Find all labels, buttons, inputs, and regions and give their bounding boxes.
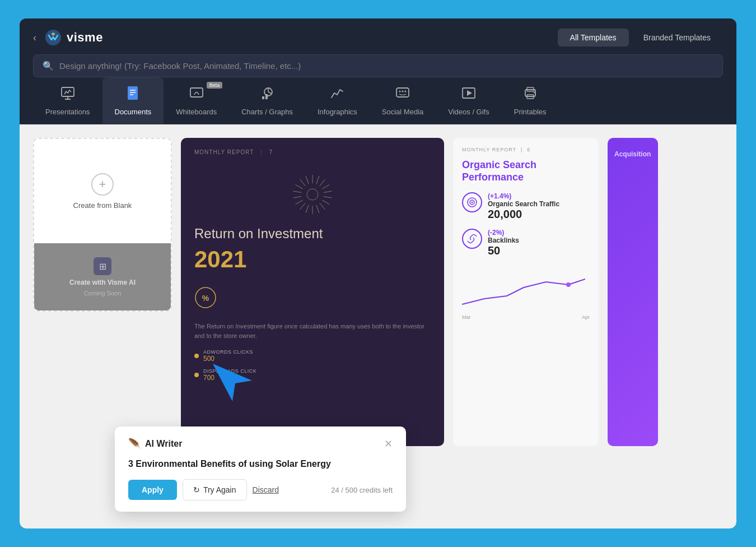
metric-row-2: (-2%) Backlinks 50 — [462, 229, 590, 257]
svg-line-35 — [296, 200, 303, 205]
metric-label-text-1: ADWORDS CLICKS — [203, 349, 253, 355]
beta-badge: Beta — [207, 82, 223, 89]
try-again-button[interactable]: ↻ Try Again — [183, 479, 247, 500]
sidebar-item-presentations[interactable]: Presentations — [33, 77, 102, 124]
light-report-header: MONTHLY REPORT | 6 — [462, 147, 590, 152]
sidebar-item-videos[interactable]: Videos / Gifs — [436, 77, 501, 124]
apply-button[interactable]: Apply — [128, 480, 177, 500]
svg-line-27 — [324, 191, 332, 193]
roi-year: 2021 — [194, 246, 431, 273]
logo-area: ‹ visme — [33, 29, 103, 47]
visme-logo-icon — [44, 29, 62, 47]
popup-actions: Apply ↻ Try Again Discard 24 / 500 credi… — [128, 479, 393, 500]
svg-point-22 — [533, 92, 534, 93]
light-report-label: MONTHLY REPORT — [462, 147, 516, 152]
template-tabs: All Templates Branded Templates — [558, 29, 723, 47]
social-media-icon — [395, 85, 410, 103]
svg-line-26 — [322, 185, 329, 189]
whiteboards-icon — [189, 85, 204, 103]
sidebar-item-printables[interactable]: Printables — [502, 77, 559, 124]
metric-info-2: (-2%) Backlinks 50 — [488, 229, 519, 257]
blank-top: + Create from Blank — [34, 139, 171, 243]
sunburst-icon — [290, 172, 335, 217]
svg-line-34 — [300, 203, 306, 209]
sidebar-item-charts[interactable]: Charts / Graphs — [229, 77, 305, 124]
metric-info-1: (+1.4%) Organic Search Traffic 20,000 — [488, 192, 559, 221]
presentations-icon — [60, 85, 76, 103]
social-media-label: Social Media — [382, 108, 423, 116]
ai-icon: ⊞ — [94, 257, 111, 275]
svg-line-30 — [320, 203, 325, 209]
chart-label-mar: Mar — [462, 314, 471, 320]
metric-circle-1 — [462, 192, 482, 212]
discard-button[interactable]: Discard — [253, 485, 279, 494]
back-button[interactable]: ‹ — [33, 32, 36, 44]
ai-card-bottom: ⊞ Create with Visme AI Coming Soon — [34, 243, 171, 310]
popup-close-button[interactable]: ✕ — [384, 438, 393, 450]
dark-report-number: 7 — [269, 149, 273, 155]
metric-number-2: 50 — [488, 244, 519, 257]
metric-circle-2 — [462, 229, 482, 249]
plus-icon: + — [91, 173, 114, 196]
backlinks-icon — [466, 233, 478, 244]
search-placeholder: Design anything! (Try: Facebook Post, An… — [59, 61, 301, 71]
svg-line-24 — [316, 176, 319, 184]
svg-marker-48 — [213, 364, 252, 401]
popup-header: 🪶 AI Writer ✕ — [128, 438, 393, 450]
light-template-card[interactable]: MONTHLY REPORT | 6 Organic Search Perfor… — [453, 138, 599, 446]
purple-template-card[interactable]: Acquisition — [608, 138, 658, 446]
coming-soon-label: Coming Soon — [84, 290, 122, 296]
percent-icon: % — [194, 286, 431, 313]
svg-line-29 — [322, 200, 329, 205]
credits-info: 24 / 500 credits left — [331, 486, 393, 494]
roi-title: Return on Investment — [194, 226, 431, 242]
dark-report-header: MONTHLY REPORT | 7 — [194, 149, 431, 155]
svg-point-46 — [472, 202, 473, 203]
arrow-pointer — [210, 361, 255, 408]
branded-templates-tab[interactable]: Branded Templates — [631, 29, 723, 47]
svg-line-31 — [316, 205, 319, 213]
report-divider: | — [260, 149, 263, 155]
metric-name-2: Backlinks — [488, 237, 519, 244]
svg-rect-2 — [62, 87, 74, 96]
sidebar-item-infographics[interactable]: Infographics — [305, 77, 370, 124]
logo-text: visme — [67, 30, 103, 45]
chart-labels: Mar Apr — [462, 314, 590, 320]
light-divider: | — [521, 147, 522, 152]
videos-icon — [461, 85, 477, 103]
svg-rect-13 — [396, 88, 409, 97]
header-top: ‹ visme All Templates Branded Templates — [33, 29, 723, 47]
svg-line-37 — [293, 191, 302, 193]
ai-label: Create with Visme AI — [69, 279, 136, 286]
svg-point-47 — [566, 282, 571, 287]
performance-chart — [462, 271, 585, 310]
svg-line-38 — [296, 185, 303, 189]
content-area: + Create from Blank ⊞ Create with Visme … — [20, 124, 736, 529]
metric-change-1: (+1.4%) — [488, 192, 559, 200]
chart-label-apr: Apr — [582, 314, 590, 320]
description-text: The Return on Investment figure once cal… — [194, 322, 431, 340]
dark-report-label: MONTHLY REPORT — [194, 149, 254, 155]
category-nav: Presentations Documents Beta Whi — [20, 77, 736, 124]
acquisition-label: Acquisition — [608, 143, 658, 165]
sidebar-item-social-media[interactable]: Social Media — [370, 77, 436, 124]
quill-icon: 🪶 — [128, 438, 141, 450]
refresh-icon: ↻ — [193, 485, 200, 494]
svg-line-28 — [324, 196, 332, 198]
videos-label: Videos / Gifs — [448, 108, 489, 116]
pointer-arrow-icon — [210, 361, 255, 406]
sunburst-container — [194, 172, 431, 217]
svg-line-40 — [306, 176, 309, 184]
all-templates-tab[interactable]: All Templates — [558, 29, 629, 47]
svg-line-33 — [306, 205, 309, 213]
documents-label: Documents — [115, 108, 152, 116]
create-from-blank-card[interactable]: + Create from Blank ⊞ Create with Visme … — [33, 138, 172, 312]
organic-title: Organic Search Performance — [462, 159, 590, 183]
sidebar-item-documents[interactable]: Documents — [102, 77, 164, 124]
svg-point-14 — [399, 91, 401, 92]
search-bar[interactable]: 🔍 Design anything! (Try: Facebook Post, … — [33, 54, 723, 77]
sidebar-item-whiteboards[interactable]: Beta Whiteboards — [164, 77, 229, 124]
metric-change-2: (-2%) — [488, 229, 519, 237]
presentations-label: Presentations — [45, 108, 90, 116]
svg-rect-11 — [262, 96, 264, 99]
